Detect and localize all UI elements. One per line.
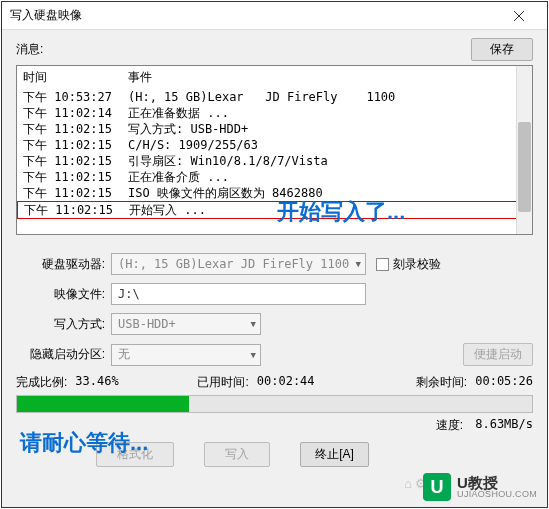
method-label: 写入方式: [16, 316, 111, 333]
log-time: 下午 11:02:15 [24, 202, 129, 218]
chevron-down-icon: ▼ [251, 350, 256, 360]
log-row[interactable]: 下午 11:02:15ISO 映像文件的扇区数为 8462880 [17, 185, 532, 201]
hidden-label: 隐藏启动分区: [16, 346, 111, 363]
drive-dropdown[interactable]: (H:, 15 GB)Lexar JD FireFly 1100 ▼ [111, 253, 366, 275]
watermark-shield-icon: U [423, 473, 451, 501]
col-header-event: 事件 [128, 69, 526, 86]
window-title: 写入硬盘映像 [10, 7, 499, 24]
log-event: 正在准备数据 ... [128, 105, 526, 121]
burn-verify-label: 刻录校验 [393, 256, 441, 273]
checkbox-icon [376, 258, 389, 271]
content-area: 消息: 保存 时间 事件 下午 10:53:27(H:, 15 GB)Lexar… [2, 30, 547, 475]
pct-value: 33.46% [75, 374, 118, 391]
portable-boot-button: 便捷启动 [463, 343, 533, 366]
log-event: 引导扇区: Win10/8.1/8/7/Vista [128, 153, 526, 169]
speed-label: 速度: [436, 417, 463, 434]
log-event: C/H/S: 1909/255/63 [128, 137, 526, 153]
chevron-down-icon: ▼ [356, 259, 361, 269]
stats-row: 完成比例: 33.46% 已用时间: 00:02:44 剩余时间: 00:05:… [16, 374, 533, 391]
annotation-start-writing: 开始写入了... [277, 197, 405, 227]
dialog-window: 写入硬盘映像 消息: 保存 时间 事件 下午 10:53:27(H:, 15 G… [1, 1, 548, 508]
elapsed-value: 00:02:44 [257, 374, 315, 391]
burn-verify-checkbox[interactable]: 刻录校验 [376, 256, 441, 273]
abort-button[interactable]: 终止[A] [300, 442, 369, 467]
log-row[interactable]: 下午 11:02:15引导扇区: Win10/8.1/8/7/Vista [17, 153, 532, 169]
log-row[interactable]: 下午 11:02:15正在准备介质 ... [17, 169, 532, 185]
close-icon [514, 11, 524, 21]
log-event: 写入方式: USB-HDD+ [128, 121, 526, 137]
watermark-sub: UJIAOSHOU.COM [457, 490, 537, 499]
log-row[interactable]: 下午 11:02:15写入方式: USB-HDD+ [17, 121, 532, 137]
log-time: 下午 11:02:15 [23, 185, 128, 201]
hidden-partition-dropdown[interactable]: 无 ▼ [111, 344, 261, 366]
form-area: 硬盘驱动器: (H:, 15 GB)Lexar JD FireFly 1100 … [16, 253, 533, 366]
image-value: J:\ [118, 287, 140, 301]
pct-label: 完成比例: [16, 374, 67, 391]
elapsed-label: 已用时间: [197, 374, 248, 391]
log-time: 下午 11:02:15 [23, 153, 128, 169]
log-box: 时间 事件 下午 10:53:27(H:, 15 GB)Lexar JD Fir… [16, 65, 533, 235]
log-time: 下午 11:02:15 [23, 121, 128, 137]
scroll-track [517, 82, 532, 218]
log-header: 时间 事件 [17, 66, 532, 89]
remain-value: 00:05:26 [475, 374, 533, 391]
log-row[interactable]: 下午 11:02:14正在准备数据 ... [17, 105, 532, 121]
progress-bar [16, 395, 533, 413]
hidden-value: 无 [118, 346, 130, 363]
save-button[interactable]: 保存 [471, 38, 533, 61]
log-time: 下午 11:02:14 [23, 105, 128, 121]
drive-label: 硬盘驱动器: [16, 256, 111, 273]
drive-value: (H:, 15 GB)Lexar JD FireFly 1100 [118, 257, 349, 271]
watermark: U U教授 UJIAOSHOU.COM [423, 473, 537, 501]
chevron-down-icon: ▼ [251, 319, 256, 329]
log-time: 下午 11:02:15 [23, 137, 128, 153]
scrollbar[interactable] [516, 66, 532, 234]
log-row[interactable]: 下午 11:02:15开始写入 ... [17, 201, 532, 219]
monitor-icon: ⌂ [404, 476, 412, 491]
write-method-dropdown[interactable]: USB-HDD+ ▼ [111, 313, 261, 335]
scroll-thumb[interactable] [518, 122, 531, 212]
message-label: 消息: [16, 41, 471, 58]
progress-fill [17, 396, 189, 412]
log-time: 下午 10:53:27 [23, 89, 128, 105]
log-event: (H:, 15 GB)Lexar JD FireFly 1100 [128, 89, 526, 105]
image-file-field[interactable]: J:\ [111, 283, 366, 305]
write-button: 写入 [204, 442, 270, 467]
speed-value: 8.63MB/s [475, 417, 533, 434]
remain-label: 剩余时间: [416, 374, 467, 391]
col-header-time: 时间 [23, 69, 128, 86]
log-rows: 下午 10:53:27(H:, 15 GB)Lexar JD FireFly 1… [17, 89, 532, 219]
image-label: 映像文件: [16, 286, 111, 303]
close-button[interactable] [499, 2, 539, 30]
log-row[interactable]: 下午 10:53:27(H:, 15 GB)Lexar JD FireFly 1… [17, 89, 532, 105]
message-row: 消息: 保存 [16, 38, 533, 61]
log-row[interactable]: 下午 11:02:15C/H/S: 1909/255/63 [17, 137, 532, 153]
log-time: 下午 11:02:15 [23, 169, 128, 185]
watermark-main: U教授 [457, 475, 537, 490]
annotation-please-wait: 请耐心等待... [20, 428, 148, 458]
log-event: 正在准备介质 ... [128, 169, 526, 185]
method-value: USB-HDD+ [118, 317, 176, 331]
titlebar: 写入硬盘映像 [2, 2, 547, 30]
